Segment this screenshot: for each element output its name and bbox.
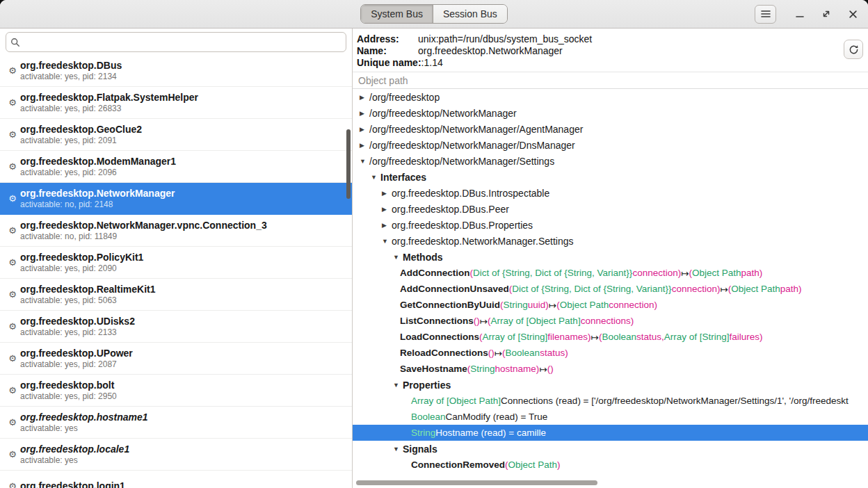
- service-list-item[interactable]: ⚙org.freedesktop.ModemManager1activatabl…: [0, 151, 352, 183]
- maximize-button[interactable]: [815, 3, 837, 24]
- expander-down-icon[interactable]: ▼: [380, 238, 392, 245]
- text-segment: Connections (read) = ['/org/freedesktop/…: [501, 396, 849, 406]
- service-icon: ⚙: [7, 481, 18, 488]
- expander-right-icon[interactable]: ▶: [358, 142, 369, 149]
- tree-row[interactable]: SaveHostname (String hostname) ↦ (): [353, 361, 868, 377]
- tree-row[interactable]: ▶/org/freedesktop/NetworkManager/AgentMa…: [353, 121, 868, 137]
- service-list-item[interactable]: ⚙org.freedesktop.Flatpak.SystemHelperact…: [0, 87, 352, 119]
- service-icon: ⚙: [7, 97, 18, 108]
- text-segment: org.freedesktop.DBus.Properties: [392, 220, 533, 231]
- service-icon: ⚙: [7, 161, 18, 172]
- text-segment: Hostname (read) = camille: [435, 428, 546, 438]
- tree-row[interactable]: GetConnectionByUuid (String uuid) ↦ (Obj…: [353, 297, 868, 313]
- expander-right-icon[interactable]: ▶: [358, 94, 369, 101]
- expander-down-icon[interactable]: ▼: [369, 174, 380, 181]
- service-icon: ⚙: [7, 193, 18, 204]
- service-list-item[interactable]: ⚙org.freedesktop.PolicyKit1activatable: …: [0, 247, 352, 279]
- service-name: org.freedesktop.UDisks2: [20, 316, 135, 327]
- unique-name-value: :1.14: [421, 57, 443, 69]
- expander-right-icon[interactable]: ▶: [380, 206, 392, 213]
- service-icon: ⚙: [7, 385, 18, 396]
- tree-row[interactable]: ▼Methods: [353, 249, 868, 265]
- service-list-item[interactable]: ⚙org.freedesktop.login1: [0, 471, 352, 488]
- tree-row[interactable]: Array of [Object Path] Connections (read…: [353, 393, 868, 409]
- text-segment: Boolean: [411, 412, 446, 422]
- service-list-item[interactable]: ⚙org.freedesktop.locale1activatable: yes: [0, 439, 352, 471]
- tree-row[interactable]: AddConnection (Dict of {String, Dict of …: [353, 265, 868, 281]
- minimize-button[interactable]: [789, 3, 811, 24]
- service-list-item[interactable]: ⚙org.freedesktop.GeoClue2activatable: ye…: [0, 119, 352, 151]
- unique-name-label: Unique name:: [357, 57, 421, 69]
- tree-row[interactable]: ▼Signals: [353, 441, 868, 457]
- menu-button[interactable]: [755, 5, 776, 24]
- expander-down-icon[interactable]: ▼: [358, 158, 369, 165]
- text-segment: uuid): [528, 300, 549, 310]
- tree-row[interactable]: ▶/org/freedesktop/NetworkManager: [353, 105, 868, 121]
- tree-row[interactable]: ▶/org/freedesktop: [353, 89, 868, 105]
- text-segment: /org/freedesktop/NetworkManager/AgentMan…: [369, 124, 583, 135]
- tree-row[interactable]: ▼org.freedesktop.NetworkManager.Settings: [353, 233, 868, 249]
- text-segment: connection): [609, 300, 657, 310]
- tree-row[interactable]: LoadConnections (Array of [String] filen…: [353, 329, 868, 345]
- tree-row[interactable]: ▼Properties: [353, 377, 868, 393]
- text-segment: Interfaces: [380, 172, 426, 183]
- text-segment: ReloadConnections: [400, 348, 488, 358]
- service-name: org.freedesktop.UPower: [20, 348, 133, 359]
- service-icon: ⚙: [7, 65, 18, 76]
- tree-row[interactable]: ▶org.freedesktop.DBus.Peer: [353, 201, 868, 217]
- text-segment: status): [540, 348, 568, 358]
- service-list-item[interactable]: ⚙org.freedesktop.UPoweractivatable: yes,…: [0, 343, 352, 375]
- expander-right-icon[interactable]: ▶: [358, 126, 369, 133]
- tab-session-bus[interactable]: Session Bus: [433, 5, 507, 23]
- text-segment: ↦: [549, 300, 556, 311]
- name-row: Name: org.freedesktop.NetworkManager: [357, 45, 840, 57]
- expander-right-icon[interactable]: ▶: [358, 110, 369, 117]
- sidebar-scrollbar-thumb[interactable]: [346, 129, 351, 199]
- name-value: org.freedesktop.NetworkManager: [418, 45, 563, 57]
- tree-row[interactable]: String Hostname (read) = camille: [353, 425, 868, 441]
- text-segment: (): [474, 316, 480, 326]
- search-input[interactable]: [23, 33, 341, 51]
- tree-row[interactable]: ▼/org/freedesktop/NetworkManager/Setting…: [353, 153, 868, 169]
- expander-down-icon[interactable]: ▼: [392, 446, 403, 453]
- horizontal-scrollbar-thumb[interactable]: [356, 480, 597, 485]
- object-path-column-header[interactable]: Object path: [353, 72, 868, 89]
- tree-row[interactable]: Boolean CanModify (read) = True: [353, 409, 868, 425]
- close-button[interactable]: [842, 3, 864, 24]
- text-segment: Array of [Object Path]: [491, 316, 581, 326]
- refresh-button[interactable]: [844, 40, 863, 59]
- tree-row[interactable]: ReloadConnections () ↦ (Boolean status): [353, 345, 868, 361]
- text-segment: hostname): [495, 364, 540, 374]
- service-list-item[interactable]: ⚙org.freedesktop.NetworkManager.vpnc.Con…: [0, 215, 352, 247]
- tree-row[interactable]: ListConnections () ↦ (Array of [Object P…: [353, 313, 868, 329]
- service-list-item[interactable]: ⚙org.freedesktop.UDisks2activatable: yes…: [0, 311, 352, 343]
- refresh-icon: [849, 44, 859, 55]
- service-list-item[interactable]: ⚙org.freedesktop.DBusactivatable: yes, p…: [0, 55, 352, 87]
- tree-row[interactable]: ▶org.freedesktop.DBus.Properties: [353, 217, 868, 233]
- text-segment: connection): [672, 284, 721, 294]
- details-panel: Address: unix:path=/run/dbus/system_bus_…: [353, 29, 868, 488]
- tree-row[interactable]: AddConnectionUnsaved (Dict of {String, D…: [353, 281, 868, 297]
- text-segment: org.freedesktop.DBus.Introspectable: [392, 188, 549, 199]
- address-label: Address:: [357, 33, 418, 45]
- service-list-item[interactable]: ⚙org.freedesktop.NetworkManageractivatab…: [0, 183, 352, 215]
- tree-row[interactable]: ▶/org/freedesktop/NetworkManager/DnsMana…: [353, 137, 868, 153]
- tree-row[interactable]: ▶org.freedesktop.DBus.Introspectable: [353, 185, 868, 201]
- expander-down-icon[interactable]: ▼: [392, 254, 403, 261]
- service-icon: ⚙: [7, 289, 18, 300]
- expander-down-icon[interactable]: ▼: [392, 382, 403, 389]
- tab-system-bus[interactable]: System Bus: [361, 5, 433, 23]
- service-list-item[interactable]: ⚙org.freedesktop.boltactivatable: yes, p…: [0, 375, 352, 407]
- service-detail: activatable: yes, pid: 2091: [20, 136, 142, 145]
- expander-right-icon[interactable]: ▶: [380, 190, 392, 197]
- service-name: org.freedesktop.locale1: [20, 444, 129, 455]
- service-list-item[interactable]: ⚙org.freedesktop.hostname1activatable: y…: [0, 407, 352, 439]
- expander-right-icon[interactable]: ▶: [380, 222, 392, 229]
- minimize-icon: [795, 9, 805, 19]
- tree-row[interactable]: ConnectionRemoved (Object Path): [353, 457, 868, 473]
- service-detail: activatable: yes: [20, 455, 129, 465]
- service-list-item[interactable]: ⚙org.freedesktop.RealtimeKit1activatable…: [0, 279, 352, 311]
- tree-row[interactable]: ▼Interfaces: [353, 169, 868, 185]
- service-name: org.freedesktop.bolt: [20, 380, 117, 391]
- service-name: org.freedesktop.NetworkManager.vpnc.Conn…: [20, 220, 267, 231]
